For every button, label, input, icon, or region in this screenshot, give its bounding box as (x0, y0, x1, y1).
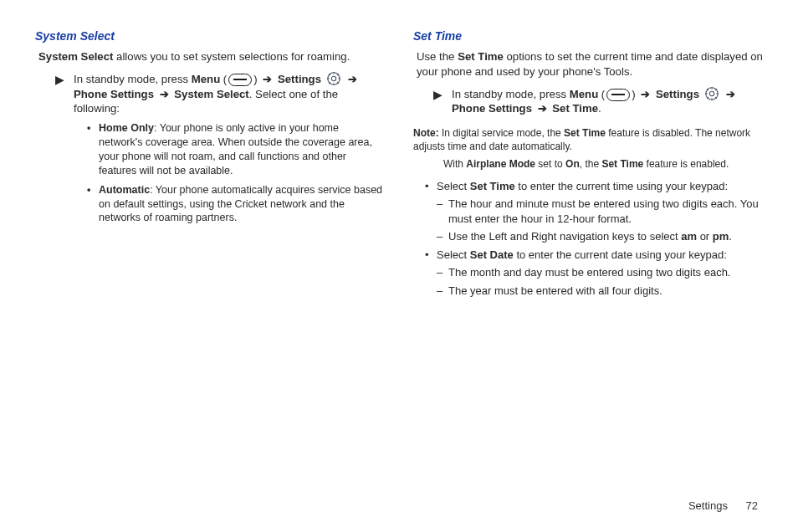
bullet-dot-icon: • (87, 183, 99, 197)
note2g: feature is enabled. (643, 158, 729, 170)
automatic-lead: Automatic (99, 184, 150, 196)
s2c: or (697, 230, 713, 243)
settings-label: Settings (278, 73, 321, 85)
step-arrow-icon: ▶ (433, 86, 452, 103)
arrow-sep-icon: ➔ (726, 88, 735, 100)
menu-label: Menu (192, 73, 220, 85)
note1b: Set Time (564, 127, 606, 139)
s2b: am (681, 230, 697, 243)
right-column: Set Time Use the Set Time options to set… (413, 28, 763, 485)
left-step: ▶ In standby mode, press Menu () ➔ Setti… (55, 71, 385, 116)
footer-section: Settings (688, 499, 728, 512)
s3: The month and day must be entered using … (448, 265, 730, 280)
footer-page-number: 72 (746, 499, 758, 512)
left-intro-lead: System Select (38, 50, 113, 63)
menu-key-icon (228, 74, 252, 86)
arrow-sep-icon: ➔ (641, 88, 650, 100)
note-line-2: With Airplane Mode set to On, the Set Ti… (443, 157, 763, 171)
s2d: pm (713, 230, 729, 243)
page: System Select System Select allows you t… (0, 0, 798, 485)
sub-am-pm: – Use the Left and Right navigation keys… (437, 229, 763, 244)
note2c: set to (535, 158, 565, 170)
bullet-dot-icon: • (87, 121, 99, 136)
bullet-dot-icon: • (425, 248, 437, 263)
system-select-label: System Select (174, 88, 248, 100)
b2a: Select (437, 248, 470, 261)
bullet-set-date: • Select Set Date to enter the current d… (425, 248, 763, 263)
sub-month-day: – The month and day must be entered usin… (437, 265, 763, 280)
note2a: With (443, 158, 466, 170)
left-column: System Select System Select allows you t… (35, 28, 385, 485)
gear-icon (326, 71, 341, 86)
b1b: Set Time (470, 180, 515, 192)
left-intro-rest: allows you to set system selections for … (113, 50, 350, 63)
set-time-label: Set Time (552, 102, 598, 115)
phone-settings-label: Phone Settings (74, 88, 154, 100)
left-step-text: In standby mode, press Menu () ➔ Setting… (74, 71, 385, 116)
sub-hour-minute: – The hour and minute must be entered us… (437, 197, 763, 226)
left-section-heading: System Select (35, 28, 385, 44)
menu-label: Menu (570, 88, 598, 100)
right-section-heading: Set Time (413, 28, 763, 44)
note2f: Set Time (601, 158, 643, 170)
bullet-automatic: • Automatic: Your phone automatically ac… (87, 183, 385, 226)
sub-year: – The year must be entered with all four… (437, 284, 763, 299)
arrow-sep-icon: ➔ (160, 88, 169, 100)
b2b: Set Date (470, 248, 514, 261)
s2a: Use the Left and Right navigation keys t… (448, 230, 681, 243)
s2e: . (729, 230, 732, 243)
left-bullets: • Home Only: Your phone is only active i… (87, 121, 385, 225)
note2d: On (565, 158, 580, 170)
step-arrow-icon: ▶ (55, 71, 74, 88)
dash-icon: – (437, 265, 448, 280)
phone-settings-label: Phone Settings (452, 102, 532, 115)
right-bullets: • Select Set Time to enter the current t… (425, 179, 763, 299)
note2b: Airplane Mode (466, 158, 535, 170)
dash-icon: – (437, 229, 448, 244)
arrow-sep-icon: ➔ (538, 102, 547, 115)
right-intro-pre: Use the (417, 50, 458, 63)
right-intro-bold: Set Time (458, 50, 504, 63)
arrow-sep-icon: ➔ (348, 73, 357, 85)
arrow-sep-icon: ➔ (263, 73, 272, 85)
step-prefix: In standby mode, press (452, 88, 570, 100)
note-block: Note: In digital service mode, the Set T… (413, 126, 763, 171)
note-label: Note: (413, 127, 439, 139)
s1: The hour and minute must be entered usin… (448, 197, 763, 226)
b2c: to enter the current date using your key… (514, 248, 727, 261)
left-intro: System Select allows you to set system s… (38, 49, 385, 64)
bullet-set-time: • Select Set Time to enter the current t… (425, 179, 763, 194)
bullet-dot-icon: • (425, 179, 437, 194)
dash-icon: – (437, 197, 448, 212)
note1a: In digital service mode, the (439, 127, 564, 139)
note2e: , the (580, 158, 602, 170)
b1a: Select (437, 180, 470, 192)
right-intro: Use the Set Time options to set the curr… (417, 49, 763, 79)
svg-point-1 (331, 76, 335, 80)
right-step: ▶ In standby mode, press Menu () ➔ Setti… (433, 86, 763, 117)
dash-icon: – (437, 284, 448, 299)
menu-key-icon (606, 89, 630, 101)
bullet-home-only: • Home Only: Your phone is only active i… (87, 121, 385, 178)
svg-point-11 (709, 91, 714, 95)
right-step-text: In standby mode, press Menu () ➔ Setting… (452, 86, 763, 117)
step-prefix: In standby mode, press (74, 73, 192, 85)
gear-icon (704, 86, 719, 101)
b1c: to enter the current time using your key… (515, 180, 728, 192)
page-footer: Settings 72 (688, 499, 758, 512)
note-line-1: Note: In digital service mode, the Set T… (413, 126, 763, 153)
s4: The year must be entered with all four d… (448, 284, 662, 299)
home-only-lead: Home Only (99, 122, 154, 134)
settings-label: Settings (656, 88, 699, 100)
